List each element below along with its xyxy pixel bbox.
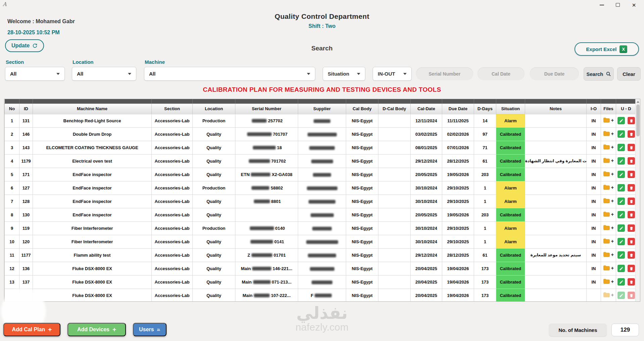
delete-button[interactable] <box>628 171 635 178</box>
cell-ud[interactable] <box>616 221 636 235</box>
cell-ud[interactable] <box>616 127 636 141</box>
cell-files[interactable]: + <box>601 127 616 141</box>
column-header[interactable]: Location <box>193 103 235 114</box>
cell-ud[interactable] <box>616 114 636 127</box>
due-date-input[interactable] <box>530 67 579 80</box>
clear-button[interactable]: Clear <box>617 67 641 81</box>
edit-button[interactable] <box>617 184 625 191</box>
edit-button[interactable] <box>617 238 625 245</box>
cell-files[interactable]: + <box>601 195 616 208</box>
edit-button[interactable] <box>617 224 625 232</box>
cell-files[interactable]: + <box>601 221 616 235</box>
delete-button[interactable] <box>628 198 635 205</box>
cell-ud[interactable] <box>616 168 636 181</box>
table-row[interactable]: 9119Fiber InterferometerAccessories-LabP… <box>5 221 636 235</box>
column-header[interactable]: Cal Body <box>346 103 378 114</box>
table-row[interactable]: 3143ELCOMETER COATING THICKNESS GAUGEAcc… <box>5 141 636 154</box>
machine-select[interactable]: All <box>144 67 315 81</box>
table-row[interactable]: 10120Fiber InterferometerAccessories-Lab… <box>5 235 636 248</box>
delete-button[interactable] <box>628 130 635 138</box>
cell-files[interactable]: + <box>601 235 616 248</box>
edit-button[interactable] <box>617 130 625 138</box>
table-row[interactable]: 6127EndFace inspectorAccessories-LabProd… <box>5 181 636 195</box>
close-button[interactable]: × <box>626 0 642 10</box>
cell-ud[interactable] <box>616 275 636 289</box>
delete-button[interactable] <box>628 184 635 191</box>
cell-files[interactable]: + <box>601 141 616 154</box>
edit-button[interactable] <box>617 171 625 178</box>
situation-select[interactable]: Situation <box>323 67 365 81</box>
column-header[interactable]: Files <box>601 103 616 114</box>
table-scrollbar[interactable] <box>635 99 640 301</box>
cell-files[interactable]: + <box>601 248 616 262</box>
table-row[interactable]: 111177Flamm ability testAccessories-LabQ… <box>5 248 636 262</box>
table-row[interactable]: 5171EndFace inspectorAccessories-LabQual… <box>5 168 636 181</box>
column-header[interactable]: Section <box>152 103 193 114</box>
edit-button[interactable] <box>617 292 625 299</box>
table-row[interactable]: 8130EndFace inspectorAccessories-LabQual… <box>5 208 636 221</box>
column-header[interactable]: Cal-Date <box>411 103 442 114</box>
section-select[interactable]: All <box>5 67 65 81</box>
delete-button[interactable] <box>628 224 635 232</box>
scroll-up-arrow-icon[interactable] <box>637 101 639 103</box>
column-header[interactable]: Machine Name <box>33 103 152 114</box>
cell-files[interactable]: + <box>601 262 616 275</box>
delete-button[interactable] <box>628 238 635 245</box>
cell-ud[interactable] <box>616 235 636 248</box>
table-row[interactable]: 2146Double Drum DropAccessories-LabQuali… <box>5 127 636 141</box>
column-header[interactable]: U - D <box>616 103 636 114</box>
cell-files[interactable]: + <box>601 208 616 221</box>
open-files-button[interactable]: + <box>603 117 614 123</box>
open-files-button[interactable]: + <box>603 171 614 177</box>
open-files-button[interactable]: + <box>603 292 614 298</box>
cell-ud[interactable] <box>616 289 636 302</box>
column-header[interactable]: Situation <box>496 103 525 114</box>
maximize-button[interactable] <box>610 0 626 10</box>
cell-ud[interactable] <box>616 208 636 221</box>
delete-button[interactable] <box>628 292 635 299</box>
export-excel-button[interactable]: Export Excel X <box>574 42 639 56</box>
edit-button[interactable] <box>617 211 625 218</box>
delete-button[interactable] <box>628 278 635 286</box>
edit-button[interactable] <box>617 278 625 286</box>
location-select[interactable]: All <box>72 67 136 81</box>
cell-ud[interactable] <box>616 181 636 195</box>
cell-ud[interactable] <box>616 248 636 262</box>
table-row[interactable]: 12136Fluke DSX-8000 EXAccessories-LabQua… <box>5 262 636 275</box>
column-header[interactable]: Serial Number <box>235 103 298 114</box>
open-files-button[interactable]: + <box>603 131 614 136</box>
edit-button[interactable] <box>617 157 625 165</box>
table-row[interactable]: 7128EndFace inspectorAccessories-LabQual… <box>5 195 636 208</box>
delete-button[interactable] <box>628 211 635 218</box>
column-header[interactable]: D-Cal Body <box>378 103 411 114</box>
column-header[interactable]: No <box>5 103 19 114</box>
column-header[interactable]: Supplier <box>298 103 346 114</box>
update-button[interactable]: Update <box>5 39 44 52</box>
edit-button[interactable] <box>617 198 625 205</box>
cell-files[interactable]: + <box>601 154 616 168</box>
minimize-button[interactable] <box>594 0 610 10</box>
cell-files[interactable]: + <box>601 289 616 302</box>
cell-ud[interactable] <box>616 262 636 275</box>
cell-files[interactable]: + <box>601 168 616 181</box>
edit-button[interactable] <box>617 251 625 259</box>
scrollbar-thumb[interactable] <box>636 104 640 136</box>
column-header[interactable]: Due Date <box>442 103 474 114</box>
open-files-button[interactable]: + <box>603 198 614 204</box>
cell-ud[interactable] <box>616 141 636 154</box>
open-files-button[interactable]: + <box>603 144 614 150</box>
cell-ud[interactable] <box>616 154 636 168</box>
cal-date-input[interactable] <box>477 67 524 80</box>
add-devices-button[interactable]: Add Devices + <box>67 323 126 336</box>
delete-button[interactable] <box>628 265 635 272</box>
delete-button[interactable] <box>628 117 635 124</box>
delete-button[interactable] <box>628 251 635 259</box>
table-row[interactable]: Fluke DSX-8000 EXAccessories-LabQualityM… <box>5 289 636 302</box>
table-row[interactable]: 41179Electrical oven testAccessories-Lab… <box>5 154 636 168</box>
column-header[interactable]: D-Days <box>474 103 496 114</box>
cell-ud[interactable] <box>616 195 636 208</box>
open-files-button[interactable]: + <box>603 184 614 190</box>
open-files-button[interactable]: + <box>603 265 614 271</box>
edit-button[interactable] <box>617 117 625 124</box>
search-button[interactable]: Search <box>584 67 614 81</box>
